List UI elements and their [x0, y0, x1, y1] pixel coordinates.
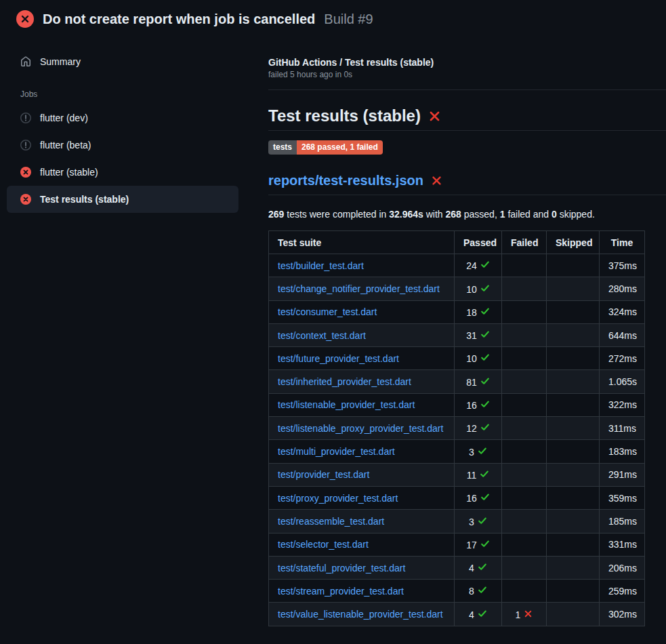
run-title: Do not create report when job is cancell… — [43, 12, 315, 27]
suite-cell: test/value_listenable_provider_test.dart — [269, 603, 455, 626]
passed-cell: 16 — [455, 393, 502, 416]
passed-count: 31 — [466, 329, 477, 342]
time-cell: 644ms — [600, 323, 645, 346]
suite-cell: test/provider_test.dart — [269, 463, 455, 486]
passed-count: 16 — [466, 399, 477, 412]
passed-count: 3 — [469, 515, 474, 529]
skipped-cell — [547, 300, 600, 323]
suite-link[interactable]: test/multi_provider_test.dart — [278, 446, 395, 457]
summary-segment: 1 — [500, 209, 505, 220]
failed-count: 1 — [516, 608, 521, 622]
suite-cell: test/builder_test.dart — [269, 254, 455, 277]
sidebar-item-label: flutter (stable) — [40, 167, 98, 178]
suite-link[interactable]: test/listenable_provider_test.dart — [278, 399, 415, 410]
passed-cell: 18 — [455, 300, 502, 323]
column-header-test-suite: Test suite — [269, 231, 455, 254]
passed-count: 4 — [469, 561, 474, 575]
sidebar-item-summary[interactable]: Summary — [7, 48, 238, 75]
time-cell: 322ms — [600, 393, 645, 416]
sidebar-item-flutter-dev[interactable]: flutter (dev) — [7, 104, 238, 132]
skipped-cell — [547, 556, 600, 579]
sidebar-job-list: flutter (dev)flutter (beta)flutter (stab… — [7, 104, 252, 213]
time-cell: 311ms — [600, 417, 645, 440]
passed-count: 17 — [466, 538, 477, 552]
sidebar-item-label: Summary — [40, 56, 81, 67]
time-cell: 206ms — [600, 556, 645, 579]
suite-link[interactable]: test/stream_provider_test.dart — [278, 586, 404, 597]
suite-cell: test/change_notifier_provider_test.dart — [269, 277, 455, 300]
suite-cell: test/future_provider_test.dart — [269, 347, 455, 370]
failed-cell — [502, 463, 547, 486]
summary-segment: 32.964s — [389, 209, 423, 220]
suite-cell: test/stream_provider_test.dart — [269, 580, 455, 603]
table-row: test/selector_test.dart17331ms — [269, 533, 645, 556]
time-cell: 259ms — [600, 580, 645, 603]
passed-cell: 11 — [455, 463, 502, 486]
table-row: test/value_listenable_provider_test.dart… — [269, 603, 645, 626]
suite-cell: test/multi_provider_test.dart — [269, 440, 455, 463]
time-cell: 272ms — [600, 347, 645, 370]
passed-cell: 3 — [455, 440, 502, 463]
suite-link[interactable]: test/change_notifier_provider_test.dart — [278, 283, 440, 294]
suite-link[interactable]: test/reassemble_test.dart — [278, 516, 384, 527]
sidebar-item-flutter-beta[interactable]: flutter (beta) — [7, 132, 238, 159]
column-header-failed: Failed — [502, 231, 547, 254]
failed-status-icon — [20, 194, 31, 205]
sidebar-item-test-results-stable[interactable]: Test results (stable) — [7, 186, 238, 213]
skipped-cell — [547, 323, 600, 346]
run-header: Do not create report when job is cancell… — [0, 0, 666, 37]
sidebar-item-flutter-stable[interactable]: flutter (stable) — [7, 159, 238, 186]
jobs-section-heading: Jobs — [20, 89, 252, 99]
failed-cell — [502, 417, 547, 440]
summary-segment: 0 — [551, 209, 557, 220]
time-cell: 291ms — [600, 463, 645, 486]
job-header: GitHub Actions / Test results (stable) f… — [268, 57, 666, 90]
suite-cell: test/reassemble_test.dart — [269, 510, 455, 533]
failed-cell — [502, 393, 547, 416]
passed-count: 11 — [467, 468, 477, 482]
failed-cell — [502, 347, 547, 370]
table-row: test/consumer_test.dart18324ms — [269, 300, 645, 323]
sidebar-item-label: flutter (dev) — [40, 113, 88, 123]
failed-status-icon — [20, 167, 31, 178]
suite-link[interactable]: test/listenable_proxy_provider_test.dart — [278, 423, 443, 434]
failed-cell — [502, 254, 547, 277]
skipped-cell — [547, 510, 600, 533]
suite-link[interactable]: test/inherited_provider_test.dart — [278, 376, 411, 387]
column-header-skipped: Skipped — [547, 231, 600, 254]
skipped-cell — [547, 417, 600, 440]
table-row: test/context_test.dart31644ms — [269, 323, 645, 346]
time-cell: 1.065s — [600, 370, 645, 393]
skipped-cell — [547, 486, 600, 509]
passed-cell: 3 — [455, 510, 502, 533]
suite-link[interactable]: test/selector_test.dart — [278, 539, 369, 550]
passed-count: 10 — [466, 352, 477, 365]
suite-cell: test/inherited_provider_test.dart — [269, 370, 455, 393]
check-icon — [478, 608, 487, 622]
passed-cell: 24 — [455, 254, 502, 277]
suite-link[interactable]: test/proxy_provider_test.dart — [278, 493, 398, 504]
suite-link[interactable]: test/future_provider_test.dart — [278, 353, 399, 364]
table-row: test/multi_provider_test.dart3183ms — [269, 440, 645, 463]
suite-link[interactable]: test/context_test.dart — [278, 330, 366, 341]
passed-cell: 10 — [455, 277, 502, 300]
passed-cell: 10 — [455, 347, 502, 370]
skipped-cell — [547, 393, 600, 416]
passed-cell: 4 — [455, 556, 502, 579]
skipped-cell — [547, 370, 600, 393]
report-file-link[interactable]: reports/test-results.json — [268, 173, 423, 188]
suite-link[interactable]: test/builder_test.dart — [278, 260, 364, 271]
skipped-cell — [547, 603, 600, 626]
table-row: test/inherited_provider_test.dart811.065… — [269, 370, 645, 393]
summary-segment: tests were completed in — [284, 209, 389, 220]
table-row: test/provider_test.dart11291ms — [269, 463, 645, 486]
passed-cell: 17 — [455, 533, 502, 556]
home-icon — [20, 56, 31, 67]
suite-link[interactable]: test/consumer_test.dart — [278, 306, 377, 317]
time-cell: 185ms — [600, 510, 645, 533]
test-results-table: Test suitePassedFailedSkippedTime test/b… — [268, 230, 645, 626]
suite-link[interactable]: test/stateful_provider_test.dart — [278, 563, 405, 573]
suite-link[interactable]: test/value_listenable_provider_test.dart — [278, 609, 443, 620]
suite-link[interactable]: test/provider_test.dart — [278, 469, 369, 480]
main-panel: GitHub Actions / Test results (stable) f… — [268, 37, 666, 626]
